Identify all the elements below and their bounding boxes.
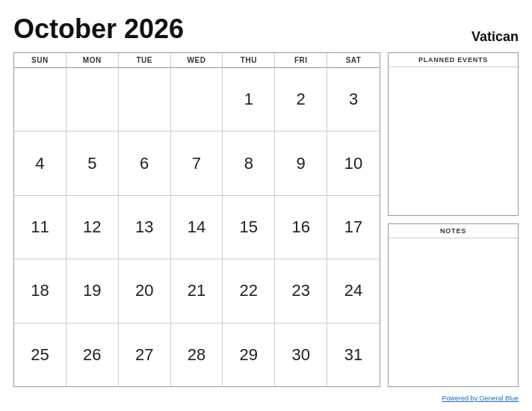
calendar-day[interactable]: 26 <box>66 324 119 386</box>
calendar-day[interactable]: 19 <box>66 259 119 322</box>
planned-events-content <box>389 67 518 215</box>
calendar-day[interactable]: 24 <box>327 259 380 322</box>
calendar-day[interactable]: 14 <box>171 196 223 259</box>
calendar-day[interactable]: 25 <box>14 324 66 386</box>
day-header: FRI <box>275 53 327 67</box>
calendar-day[interactable]: 20 <box>119 259 171 322</box>
day-header: SAT <box>327 53 380 67</box>
day-header: SUN <box>14 53 66 67</box>
page: October 2026 Vatican SUNMONTUEWEDTHUFRIS… <box>0 0 532 411</box>
calendar-day[interactable]: 5 <box>66 132 119 194</box>
calendar-week: 123 <box>14 68 380 132</box>
calendar-week: 45678910 <box>14 132 380 195</box>
calendar-day[interactable]: 2 <box>275 68 327 131</box>
calendar-day[interactable]: 7 <box>171 132 223 194</box>
notes-title: NOTES <box>389 224 518 238</box>
calendar-day[interactable]: 6 <box>119 132 171 194</box>
calendar-section: SUNMONTUEWEDTHUFRISAT 123456789101112131… <box>13 52 380 387</box>
calendar-day <box>119 68 171 131</box>
day-header: TUE <box>119 53 171 67</box>
calendar-day[interactable]: 29 <box>223 324 275 386</box>
day-header: THU <box>223 53 275 67</box>
calendar-day <box>66 68 119 131</box>
calendar-day[interactable]: 23 <box>275 259 327 322</box>
calendar-week: 25262728293031 <box>14 324 380 386</box>
sidebar: PLANNED EVENTS NOTES <box>388 52 519 387</box>
calendar-day <box>171 68 223 131</box>
calendar-day[interactable]: 17 <box>327 196 380 259</box>
calendar-day[interactable]: 13 <box>119 196 171 259</box>
calendar-day[interactable]: 10 <box>327 132 380 194</box>
planned-events-title: PLANNED EVENTS <box>389 53 518 67</box>
calendar-day[interactable]: 8 <box>223 132 275 194</box>
calendar-day[interactable]: 30 <box>275 324 327 386</box>
header: October 2026 Vatican <box>13 13 519 45</box>
day-header: WED <box>171 53 223 67</box>
calendar-header-row: SUNMONTUEWEDTHUFRISAT <box>14 53 380 68</box>
country-name: Vatican <box>471 29 519 45</box>
month-title: October 2026 <box>13 13 184 45</box>
calendar-day[interactable]: 9 <box>275 132 327 194</box>
calendar-body: 1234567891011121314151617181920212223242… <box>14 68 380 386</box>
notes-content <box>389 238 518 386</box>
planned-events-box: PLANNED EVENTS <box>388 52 519 216</box>
calendar-day[interactable]: 28 <box>171 324 223 386</box>
calendar-day[interactable]: 15 <box>223 196 275 259</box>
calendar-day[interactable]: 31 <box>327 324 380 386</box>
calendar-day[interactable]: 3 <box>327 68 380 131</box>
calendar-day[interactable]: 27 <box>119 324 171 386</box>
calendar-day[interactable]: 22 <box>223 259 275 322</box>
notes-box: NOTES <box>388 223 519 387</box>
calendar-day[interactable]: 11 <box>14 196 66 259</box>
calendar-day[interactable]: 16 <box>275 196 327 259</box>
day-header: MON <box>66 53 119 67</box>
calendar-day[interactable]: 12 <box>66 196 119 259</box>
calendar-week: 18192021222324 <box>14 259 380 323</box>
calendar-day[interactable]: 21 <box>171 259 223 322</box>
calendar-day[interactable]: 4 <box>14 132 66 194</box>
footer: Powered by General Blue <box>13 390 519 404</box>
calendar-day <box>14 68 66 131</box>
calendar-day[interactable]: 1 <box>223 68 275 131</box>
calendar-week: 11121314151617 <box>14 196 380 259</box>
calendar-day[interactable]: 18 <box>14 259 66 322</box>
footer-link[interactable]: Powered by General Blue <box>442 395 519 402</box>
main-content: SUNMONTUEWEDTHUFRISAT 123456789101112131… <box>13 52 519 387</box>
